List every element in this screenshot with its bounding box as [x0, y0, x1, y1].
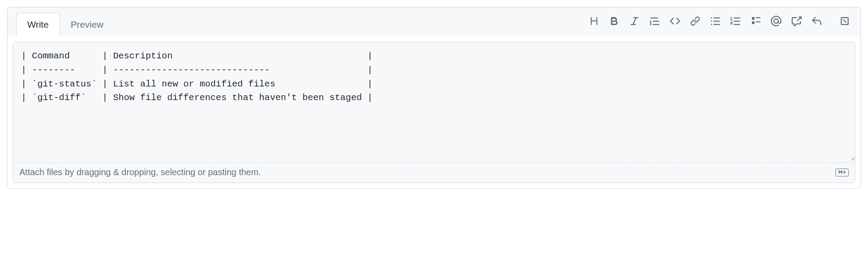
comment-textarea[interactable]: [13, 42, 855, 161]
expand-icon: [839, 16, 850, 28]
bold-icon: [609, 16, 620, 28]
tab-preview[interactable]: Preview: [60, 13, 115, 36]
formatting-toolbar: [584, 9, 855, 36]
editor-tabs: Write Preview: [16, 13, 114, 36]
markdown-supported-badge[interactable]: [835, 169, 849, 176]
ordered-list-button[interactable]: [727, 13, 744, 30]
textarea-container: Attach files by dragging & dropping, sel…: [13, 42, 855, 183]
editor-footer: Attach files by dragging & dropping, sel…: [13, 162, 855, 183]
task-list-icon: [751, 16, 761, 28]
editor-header: Write Preview: [7, 7, 861, 37]
reply-button[interactable]: [808, 13, 825, 30]
heading-button[interactable]: [585, 13, 603, 30]
code-button[interactable]: [666, 13, 684, 30]
bold-button[interactable]: [605, 13, 623, 30]
mention-icon: [771, 16, 781, 28]
italic-button[interactable]: [626, 13, 643, 30]
tab-write[interactable]: Write: [16, 13, 60, 36]
attach-files-hint[interactable]: Attach files by dragging & dropping, sel…: [19, 167, 261, 177]
markdown-icon: [837, 169, 847, 176]
unordered-list-button[interactable]: [707, 13, 724, 30]
link-icon: [690, 16, 700, 28]
quote-button[interactable]: [646, 13, 664, 30]
editor-body: Attach files by dragging & dropping, sel…: [7, 36, 861, 188]
ordered-list-icon: [730, 16, 741, 28]
task-list-button[interactable]: [747, 13, 765, 30]
link-button[interactable]: [686, 13, 704, 30]
cross-reference-icon: [791, 16, 802, 28]
reply-icon: [811, 16, 822, 28]
heading-icon: [589, 16, 599, 28]
quote-icon: [649, 16, 660, 28]
code-icon: [670, 16, 680, 28]
italic-icon: [629, 16, 640, 28]
cross-reference-button[interactable]: [788, 13, 805, 30]
unordered-list-icon: [710, 16, 721, 28]
comment-editor-container: Write Preview: [7, 7, 861, 189]
expand-button[interactable]: [836, 13, 853, 30]
mention-button[interactable]: [767, 13, 785, 30]
